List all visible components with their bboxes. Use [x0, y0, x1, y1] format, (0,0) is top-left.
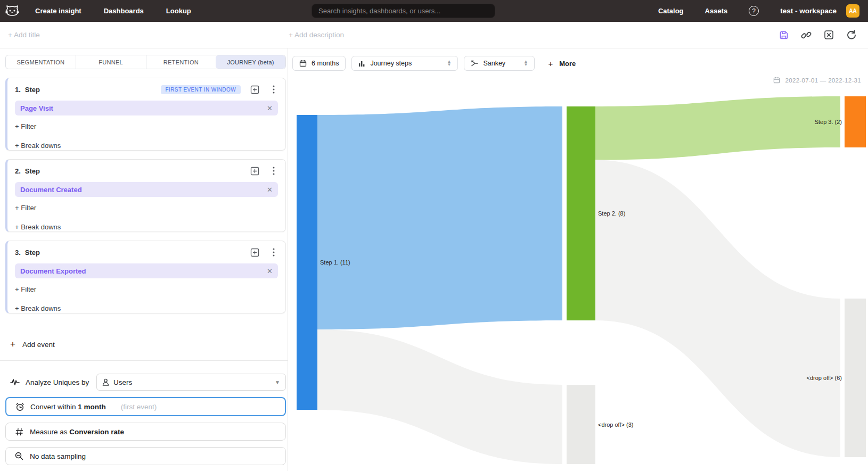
step-card-3: 3. Step Document Exported ✕ + F	[5, 241, 286, 313]
sankey-link-step2-step3[interactable]	[595, 96, 840, 160]
sankey-link-step2-dropoff[interactable]	[595, 160, 840, 458]
nav-dashboards[interactable]: Dashboards	[104, 7, 144, 15]
help-icon[interactable]: ?	[749, 6, 759, 16]
measure-as-label: Measure as Conversion rate	[30, 428, 124, 436]
copy-link-icon[interactable]	[801, 30, 812, 40]
insight-type-tabs: SEGMENTATION FUNNEL RETENTION JOURNEY (b…	[5, 55, 286, 69]
analyze-row: Analyze Uniques by Users ▼	[5, 374, 286, 391]
sankey-link-step1-dropoff[interactable]	[317, 329, 562, 464]
tab-journey[interactable]: JOURNEY (beta)	[216, 55, 285, 69]
chevron-down-icon: ▼	[275, 379, 280, 385]
convert-within-setting[interactable]: Convert within 1 month (first event)	[5, 397, 286, 416]
step-index: 3.	[15, 249, 21, 257]
user-icon	[102, 378, 109, 386]
alarm-clock-icon	[15, 402, 24, 411]
convert-mode-hint: (first event)	[121, 403, 157, 411]
step-menu-kebab-icon[interactable]	[269, 248, 278, 257]
add-filter-button[interactable]: + Filter	[15, 204, 36, 212]
workspace-name[interactable]: test - workspace	[780, 7, 837, 15]
nav-lookup[interactable]: Lookup	[166, 7, 191, 15]
add-event-to-step-icon[interactable]	[250, 167, 259, 176]
event-selector[interactable]: Document Exported ✕	[15, 263, 278, 278]
convert-window-value: 1 month	[78, 403, 106, 411]
journey-builder-panel: SEGMENTATION FUNNEL RETENTION JOURNEY (b…	[0, 48, 288, 471]
nav-create-insight[interactable]: Create insight	[35, 7, 81, 15]
first-event-badge: FIRST EVENT IN WINDOW	[161, 85, 241, 94]
step-index: 1.	[15, 86, 21, 94]
nav-assets[interactable]: Assets	[705, 7, 728, 15]
analyze-uniques-select[interactable]: Users ▼	[96, 374, 286, 391]
sankey-label-dropoff-1: <drop off> (3)	[598, 422, 633, 428]
sankey-label-step3: Step 3. (2)	[815, 119, 842, 125]
step-menu-kebab-icon[interactable]	[269, 85, 278, 94]
measure-as-setting[interactable]: Measure as Conversion rate	[5, 423, 286, 441]
event-selector[interactable]: Document Created ✕	[15, 182, 278, 197]
nav-catalog[interactable]: Catalog	[658, 7, 684, 15]
sankey-node-dropoff-1[interactable]	[567, 385, 595, 464]
add-description-field[interactable]: + Add description	[289, 31, 344, 39]
sankey-label-step1: Step 1. (11)	[320, 259, 350, 266]
add-breakdown-button[interactable]: + Break downs	[15, 142, 61, 150]
event-selector[interactable]: Page Visit ✕	[15, 101, 278, 115]
activity-pulse-icon	[10, 377, 20, 387]
analyze-label: Analyze Uniques by	[26, 378, 89, 386]
step-menu-kebab-icon[interactable]	[269, 167, 278, 176]
refresh-icon[interactable]	[846, 30, 856, 40]
step-title: Step	[25, 86, 40, 94]
analyze-selected-value: Users	[113, 378, 132, 386]
event-name: Document Created	[20, 186, 82, 194]
add-breakdown-button[interactable]: + Break downs	[15, 223, 61, 231]
add-event-to-step-icon[interactable]	[250, 248, 259, 257]
add-event-to-step-icon[interactable]	[250, 85, 259, 94]
tab-segmentation[interactable]: SEGMENTATION	[6, 55, 76, 69]
sankey-link-step1-step2[interactable]	[317, 106, 562, 329]
step-index: 2.	[15, 167, 21, 175]
step-title: Step	[25, 167, 40, 175]
chart-panel: 6 months Journey steps ▲▼ Sankey ▲▼ + Mo…	[288, 48, 868, 471]
plus-icon: +	[10, 339, 15, 350]
event-name: Document Exported	[20, 267, 86, 275]
top-navbar: Create insight Dashboards Lookup Search …	[0, 0, 868, 22]
user-avatar[interactable]: AA	[846, 4, 859, 18]
sampling-label: No data sampling	[30, 452, 86, 460]
sankey-label-step2: Step 2. (8)	[598, 210, 625, 217]
magnifier-minus-icon	[14, 451, 24, 461]
save-icon[interactable]	[779, 30, 789, 40]
remove-event-icon[interactable]: ✕	[267, 186, 273, 193]
search-placeholder: Search insights, dashboards, or users...	[318, 7, 440, 15]
add-filter-button[interactable]: + Filter	[15, 285, 36, 293]
add-title-field[interactable]: + Add title	[8, 31, 40, 39]
insight-title-bar: + Add title + Add description	[0, 22, 868, 48]
add-event-button[interactable]: + Add event	[10, 339, 55, 350]
add-event-label: Add event	[22, 341, 55, 349]
add-breakdown-button[interactable]: + Break downs	[15, 304, 61, 312]
sankey-label-dropoff-2: <drop off> (6)	[807, 375, 842, 381]
measure-value: Conversion rate	[69, 428, 124, 436]
remove-event-icon[interactable]: ✕	[267, 268, 273, 275]
clear-chart-icon[interactable]	[823, 30, 834, 40]
sankey-node-step1[interactable]	[297, 115, 317, 410]
step-title: Step	[25, 249, 40, 257]
add-filter-button[interactable]: + Filter	[15, 122, 36, 130]
hash-icon	[14, 427, 24, 436]
app-logo-cat-icon[interactable]	[4, 4, 20, 19]
step-card-1: 1. Step FIRST EVENT IN WINDOW Page Visit	[5, 78, 286, 151]
sankey-node-dropoff-2[interactable]	[845, 299, 866, 457]
remove-event-icon[interactable]: ✕	[267, 105, 273, 112]
convert-within-label: Convert within 1 month	[30, 403, 106, 411]
sankey-node-step3[interactable]	[845, 96, 866, 147]
global-search-input[interactable]: Search insights, dashboards, or users...	[312, 4, 495, 18]
tab-funnel[interactable]: FUNNEL	[76, 55, 146, 69]
tab-retention[interactable]: RETENTION	[146, 55, 216, 69]
divider	[0, 360, 288, 361]
sankey-node-step2[interactable]	[567, 106, 595, 320]
event-name: Page Visit	[20, 104, 53, 112]
sankey-diagram: Step 1. (11) Step 2. (8) Step 3. (2) <dr…	[288, 48, 868, 471]
step-card-2: 2. Step Document Created ✕ + Fi	[5, 159, 286, 232]
data-sampling-setting[interactable]: No data sampling	[5, 447, 286, 465]
